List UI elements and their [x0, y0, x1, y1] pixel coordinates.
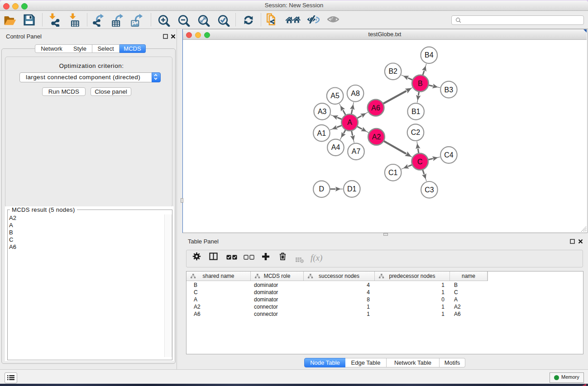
- svg-text:A7: A7: [352, 148, 361, 155]
- svg-text:B3: B3: [445, 86, 454, 94]
- svg-text:A6: A6: [371, 104, 380, 112]
- svg-text:A1: A1: [317, 129, 326, 137]
- svg-text:B: B: [418, 80, 423, 87]
- svg-text:C: C: [417, 158, 423, 166]
- svg-text:C2: C2: [411, 129, 421, 136]
- svg-text:B2: B2: [388, 67, 397, 75]
- svg-text:D: D: [319, 185, 325, 193]
- svg-text:B4: B4: [425, 51, 434, 59]
- svg-text:C1: C1: [388, 169, 398, 176]
- svg-text:A2: A2: [372, 133, 381, 141]
- svg-text:A3: A3: [318, 108, 327, 115]
- svg-text:B1: B1: [411, 108, 421, 115]
- svg-text:A: A: [347, 119, 352, 126]
- svg-text:A5: A5: [330, 92, 339, 100]
- svg-text:A4: A4: [331, 143, 340, 151]
- svg-text:A8: A8: [351, 90, 360, 97]
- svg-text:C3: C3: [425, 186, 434, 194]
- svg-text:C4: C4: [444, 151, 454, 159]
- svg-text:D1: D1: [347, 185, 357, 193]
